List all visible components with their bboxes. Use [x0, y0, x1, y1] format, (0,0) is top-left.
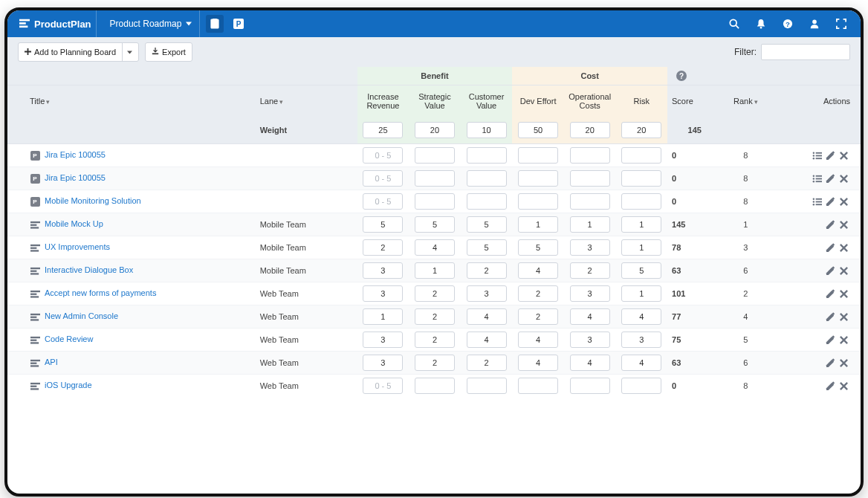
row-title-link[interactable]: API: [45, 358, 58, 366]
cost-help-icon[interactable]: ?: [667, 67, 719, 85]
metric-input[interactable]: [570, 308, 610, 325]
metric-input[interactable]: [467, 332, 507, 348]
bell-icon[interactable]: [752, 15, 770, 33]
metric-input[interactable]: [518, 147, 558, 164]
metric-input[interactable]: [467, 378, 507, 394]
metric-input[interactable]: [415, 216, 455, 233]
col-risk[interactable]: Risk: [615, 85, 667, 117]
metric-input[interactable]: [621, 239, 661, 256]
metric-input[interactable]: [621, 216, 661, 233]
metric-input[interactable]: [621, 170, 661, 187]
row-title-link[interactable]: Mobile Monitoring Solution: [45, 196, 141, 205]
metric-input[interactable]: [363, 285, 403, 302]
list-icon[interactable]: [810, 195, 823, 208]
brand[interactable]: ProductPlan: [15, 10, 97, 37]
metric-input[interactable]: [415, 193, 455, 210]
delete-icon[interactable]: [837, 287, 850, 300]
col-increase-revenue[interactable]: Increase Revenue: [357, 85, 409, 117]
metric-input[interactable]: [415, 332, 455, 348]
list-icon[interactable]: [810, 172, 823, 185]
metric-input[interactable]: [621, 147, 661, 164]
delete-icon[interactable]: [837, 264, 850, 277]
metric-input[interactable]: [621, 308, 661, 325]
metric-input[interactable]: [570, 193, 610, 210]
metric-input[interactable]: [415, 308, 455, 325]
metric-input[interactable]: [415, 170, 455, 187]
add-to-planning-board-button[interactable]: Add to Planning Board: [18, 42, 139, 62]
edit-icon[interactable]: [823, 379, 837, 392]
metric-input[interactable]: [415, 147, 455, 164]
edit-icon[interactable]: [823, 149, 837, 162]
row-title-link[interactable]: Code Review: [45, 334, 93, 343]
col-rank[interactable]: Rank▾: [719, 85, 774, 117]
metric-input[interactable]: [518, 355, 558, 371]
weight-risk[interactable]: [621, 122, 661, 138]
metric-input[interactable]: [467, 216, 507, 233]
col-title[interactable]: Title▾: [7, 85, 259, 117]
metric-input[interactable]: [363, 355, 403, 371]
metric-input[interactable]: [363, 378, 403, 394]
delete-icon[interactable]: [837, 195, 850, 208]
metric-input[interactable]: [467, 193, 507, 210]
fullscreen-icon[interactable]: [832, 15, 850, 33]
delete-icon[interactable]: [837, 333, 850, 346]
edit-icon[interactable]: [823, 310, 837, 323]
col-score[interactable]: Score: [667, 85, 719, 117]
col-customer-value[interactable]: Customer Value: [461, 85, 513, 117]
parking-view-button[interactable]: P: [230, 15, 247, 33]
delete-icon[interactable]: [837, 356, 850, 369]
metric-input[interactable]: [363, 216, 403, 233]
weight-strategic-value[interactable]: [415, 122, 455, 138]
metric-input[interactable]: [363, 239, 403, 256]
metric-input[interactable]: [621, 332, 661, 348]
metric-input[interactable]: [363, 170, 403, 187]
edit-icon[interactable]: [823, 333, 837, 346]
delete-icon[interactable]: [837, 310, 850, 323]
metric-input[interactable]: [363, 308, 403, 325]
weight-customer-value[interactable]: [467, 122, 507, 138]
roadmap-dropdown[interactable]: Product Roadmap: [103, 10, 201, 37]
row-title-link[interactable]: UX Improvements: [45, 242, 110, 251]
delete-icon[interactable]: [837, 241, 850, 254]
metric-input[interactable]: [467, 355, 507, 371]
metric-input[interactable]: [570, 378, 610, 394]
row-title-link[interactable]: New Admin Console: [45, 311, 118, 320]
row-title-link[interactable]: Mobile Mock Up: [45, 219, 103, 228]
metric-input[interactable]: [518, 285, 558, 302]
metric-input[interactable]: [570, 216, 610, 233]
delete-icon[interactable]: [837, 172, 850, 185]
metric-input[interactable]: [363, 193, 403, 210]
delete-icon[interactable]: [837, 149, 850, 162]
export-button[interactable]: Export: [145, 42, 192, 62]
metric-input[interactable]: [415, 355, 455, 371]
metric-input[interactable]: [467, 262, 507, 279]
metric-input[interactable]: [363, 147, 403, 164]
metric-input[interactable]: [570, 262, 610, 279]
col-lane[interactable]: Lane▾: [259, 85, 357, 117]
search-icon[interactable]: [725, 15, 743, 33]
row-title-link[interactable]: Interactive Dialogue Box: [45, 265, 133, 274]
metric-input[interactable]: [570, 332, 610, 348]
metric-input[interactable]: [570, 239, 610, 256]
col-operational-costs[interactable]: Operational Costs: [564, 85, 616, 117]
weight-increase-revenue[interactable]: [363, 122, 403, 138]
col-strategic-value[interactable]: Strategic Value: [409, 85, 461, 117]
col-dev-effort[interactable]: Dev Effort: [512, 85, 564, 117]
metric-input[interactable]: [621, 193, 661, 210]
metric-input[interactable]: [467, 147, 507, 164]
filter-input[interactable]: [761, 44, 850, 60]
edit-icon[interactable]: [823, 218, 837, 231]
delete-icon[interactable]: [837, 218, 850, 231]
weight-dev-effort[interactable]: [518, 122, 558, 138]
metric-input[interactable]: [467, 285, 507, 302]
row-title-link[interactable]: Accept new forms of payments: [45, 288, 156, 297]
metric-input[interactable]: [467, 170, 507, 187]
weight-operational-costs[interactable]: [570, 122, 610, 138]
metric-input[interactable]: [621, 285, 661, 302]
list-icon[interactable]: [810, 149, 823, 162]
metric-input[interactable]: [363, 332, 403, 348]
metric-input[interactable]: [570, 170, 610, 187]
delete-icon[interactable]: [837, 379, 850, 392]
metric-input[interactable]: [621, 262, 661, 279]
metric-input[interactable]: [518, 216, 558, 233]
